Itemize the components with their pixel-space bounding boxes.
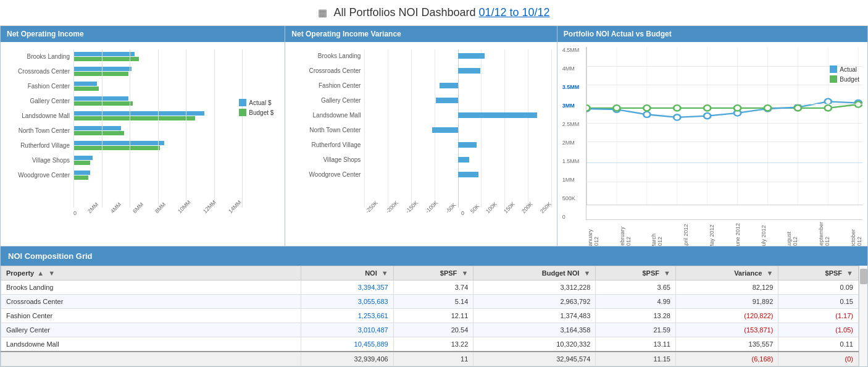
pxaxis-may: May 2012 xyxy=(709,221,715,246)
portfolio-chart-panel: Portfolio NOI Actual vs Budget 0 500K 1M… xyxy=(557,26,867,246)
vxaxis-0: 0 xyxy=(461,210,464,216)
var-bar-area xyxy=(364,153,551,166)
filter-budget-noi-icon[interactable]: ▼ xyxy=(583,269,590,277)
cell-property: Brooks Landing xyxy=(1,281,301,295)
filter-psf2-icon[interactable]: ▼ xyxy=(664,269,670,277)
var-label: Crossroads Center xyxy=(290,67,364,74)
cell-budget-noi: 1,374,483 xyxy=(474,309,596,323)
portfolio-chart-body: 0 500K 1MM 1.5MM 2MM 2.5MM 3MM 3.5MM 4MM… xyxy=(557,42,867,246)
cell-budget-noi: 2,963,792 xyxy=(474,295,596,309)
cell-psf3: (1.17) xyxy=(778,309,859,323)
variance-chart-body: Brooks Landing Crossroads Center Fashion… xyxy=(285,42,556,246)
portfolio-legend-actual-label: Actual xyxy=(840,66,857,73)
var-row-village: Village Shops xyxy=(290,153,551,166)
cell-property: Crossroads Center xyxy=(1,295,301,309)
noi-legend: Actual $ Budget $ xyxy=(239,99,273,119)
cell-psf2: 13.28 xyxy=(596,309,676,323)
pxaxis-feb: February 2012 xyxy=(619,221,632,246)
var-row-brooks: Brooks Landing xyxy=(290,49,551,62)
var-bar-area xyxy=(364,94,551,106)
grid-table-wrapper: Property ▲ ▼ NOI ▼ $PSF ▼ Budget NOI ▼ xyxy=(1,266,867,366)
pxaxis-oct: October 2012 xyxy=(850,221,862,246)
cell-psf1: 3.74 xyxy=(393,281,474,295)
pxaxis-sep: September 2012 xyxy=(818,221,830,246)
portfolio-legend-actual-box xyxy=(830,65,837,73)
legend-actual: Actual $ xyxy=(239,99,273,106)
charts-row: Net Operating Income xyxy=(0,26,868,247)
bar-label: Crossroads Center xyxy=(6,68,73,75)
yaxis-2-5mm: 2.5MM xyxy=(562,121,583,127)
sort-asc-icon: ▲ xyxy=(37,269,44,277)
col-psf2-label: $PSF xyxy=(642,269,659,277)
filter-psf1-icon[interactable]: ▼ xyxy=(461,269,468,277)
page-header: ▦ All Portfolios NOI Dashboard 01/12 to … xyxy=(0,0,868,26)
filter-variance-icon[interactable]: ▼ xyxy=(766,269,773,277)
var-row-fashion: Fashion Center xyxy=(290,79,551,91)
grid-header-row: Property ▲ ▼ NOI ▼ $PSF ▼ Budget NOI ▼ xyxy=(1,266,859,281)
table-row: Landsdowne Mall 10,455,889 13.22 10,320,… xyxy=(1,337,859,352)
cell-noi: 3,394,357 xyxy=(301,281,394,295)
var-bar-area xyxy=(364,138,551,151)
grid-header: NOI Composition Grid xyxy=(1,247,867,266)
cell-psf2: 21.59 xyxy=(596,323,676,337)
var-bar-area xyxy=(364,109,551,121)
var-row-crossroads: Crossroads Center xyxy=(290,64,551,77)
cell-noi: 1,253,661 xyxy=(301,309,394,323)
col-property: Property ▲ ▼ xyxy=(1,266,301,281)
filter-property-icon[interactable]: ▼ xyxy=(48,269,55,277)
cell-noi: 10,455,889 xyxy=(301,337,394,352)
col-variance: Variance ▼ xyxy=(675,266,778,281)
bar-label: Fashion Center xyxy=(6,83,73,90)
var-label: North Town Center xyxy=(290,127,364,133)
var-bar-area xyxy=(364,79,551,91)
footer-budget-noi: 32,945,574 xyxy=(474,352,596,366)
scrollbar-thumb[interactable] xyxy=(860,269,867,284)
pxaxis-apr: April 2012 xyxy=(683,221,689,246)
filter-noi-icon[interactable]: ▼ xyxy=(382,269,388,277)
date-range-link[interactable]: 01/12 to 10/12 xyxy=(479,6,550,19)
xaxis-0: 0 xyxy=(73,210,77,216)
cell-property: Gallery Center xyxy=(1,323,301,337)
col-psf1-label: $PSF xyxy=(440,269,457,277)
col-psf2: $PSF ▼ xyxy=(596,266,676,281)
col-variance-label: Variance xyxy=(734,269,762,277)
legend-actual-box xyxy=(239,99,246,106)
table-row: Crossroads Center 3,055,683 5.14 2,963,7… xyxy=(1,295,859,309)
cell-psf2: 13.11 xyxy=(596,337,676,352)
table-row: Gallery Center 3,010,487 20.54 3,164,358… xyxy=(1,323,859,337)
cell-psf1: 13.22 xyxy=(393,337,474,352)
var-bar-area xyxy=(364,168,551,180)
bar-label: Landsdowne Mall xyxy=(6,112,73,119)
filter-psf3-icon[interactable]: ▼ xyxy=(846,269,853,277)
pxaxis-aug: August 2012 xyxy=(786,221,798,246)
noi-chart-header: Net Operating Income xyxy=(1,26,285,42)
cell-psf3: 0.11 xyxy=(778,337,859,352)
cell-psf3: 0.15 xyxy=(778,295,859,309)
pxaxis-mar: March 2012 xyxy=(651,221,663,246)
footer-property xyxy=(1,352,301,366)
cell-variance: 82,129 xyxy=(675,281,778,295)
cell-psf1: 5.14 xyxy=(393,295,474,309)
variance-chart-panel: Net Operating Income Variance xyxy=(285,26,557,246)
bar-label: Gallery Center xyxy=(6,98,73,104)
grid-table: Property ▲ ▼ NOI ▼ $PSF ▼ Budget NOI ▼ xyxy=(1,266,859,366)
portfolio-chart-header: Portfolio NOI Actual vs Budget xyxy=(557,26,867,42)
legend-budget: Budget $ xyxy=(239,109,273,116)
footer-noi: 32,939,406 xyxy=(301,352,394,366)
cell-variance: (120,822) xyxy=(675,309,778,323)
col-psf3: $PSF ▼ xyxy=(778,266,859,281)
pxaxis-jul: July 2012 xyxy=(761,221,767,246)
legend-budget-label: Budget $ xyxy=(249,109,273,116)
dashboard-title: All Portfolios NOI Dashboard xyxy=(331,6,478,19)
legend-actual-label: Actual $ xyxy=(249,99,271,106)
noi-chart-body: Brooks Landing Crossroads Center xyxy=(1,42,285,246)
yaxis-3-5mm: 3.5MM xyxy=(562,84,583,90)
vertical-scrollbar[interactable] xyxy=(859,266,867,366)
var-label: Gallery Center xyxy=(290,97,364,104)
cell-budget-noi: 10,320,332 xyxy=(474,337,596,352)
var-bar-area xyxy=(364,49,551,62)
col-noi-label: NOI xyxy=(365,269,377,277)
grid-footer-row: 32,939,406 11 32,945,574 11.15 (6,168) (… xyxy=(1,352,859,366)
portfolio-legend: Actual Budget xyxy=(830,65,859,83)
var-label: Fashion Center xyxy=(290,82,364,89)
